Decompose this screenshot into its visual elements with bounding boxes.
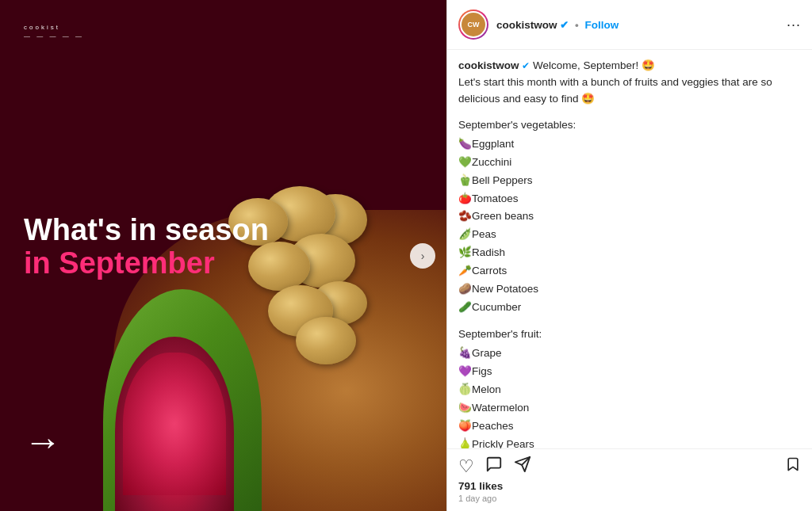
fruit-4: 🍉Watermelon: [458, 399, 801, 418]
username-text: cookistwow: [496, 19, 557, 31]
fruit-2: 💜Figs: [458, 363, 801, 381]
arrow-button[interactable]: →: [24, 420, 62, 463]
fruit-6: 🍐Prickly Pears: [458, 436, 801, 448]
header-username: cookistwow ✔ • Follow: [496, 19, 776, 31]
likes-count: 791 likes: [458, 480, 801, 492]
veg-9: 🥔New Potatoes: [458, 280, 801, 299]
post-body: Let's start this month with a bunch of f…: [458, 76, 772, 105]
veg-4: 🍅Tomatoes: [458, 190, 801, 208]
follow-button[interactable]: Follow: [585, 19, 619, 31]
comment-button[interactable]: [485, 456, 503, 477]
post-text: cookistwow ✔ Welcome, September! 🤩 Let's…: [458, 58, 801, 448]
fruit-5: 🍑Peaches: [458, 418, 801, 436]
inline-username: cookistwow: [458, 59, 519, 71]
veg-1: 🍆Eggplant: [458, 135, 801, 154]
headline-block: What's in season in September: [24, 214, 269, 280]
fruits-title: September's fruit:: [458, 326, 801, 343]
more-options-button[interactable]: ···: [787, 17, 801, 33]
veg-7: 🌿Radish: [458, 244, 801, 262]
headline-line2: in September: [24, 247, 269, 280]
verified-badge: ✔: [560, 19, 569, 31]
save-button[interactable]: [785, 456, 801, 477]
post-actions: ♡ 791 likes 1 day ago: [447, 448, 812, 511]
fruit-3: 🍈Melon: [458, 381, 801, 399]
like-button[interactable]: ♡: [458, 456, 474, 477]
next-slide-arrow[interactable]: ›: [410, 243, 435, 269]
inline-verified: ✔: [522, 60, 530, 71]
vegetables-title: September's vegetables:: [458, 117, 801, 134]
left-panel: cookist — — — — — What's in season in Se…: [0, 0, 446, 511]
veg-6: 🫛Peas: [458, 226, 801, 244]
post-header: CW cookistwow ✔ • Follow ···: [447, 0, 812, 50]
veg-10: 🥒Cucumber: [458, 299, 801, 317]
logo-text: cookist: [24, 24, 84, 31]
logo-underline: — — — — —: [24, 32, 84, 40]
veg-2: 💚Zucchini: [458, 154, 801, 172]
post-content: cookistwow ✔ Welcome, September! 🤩 Let's…: [447, 50, 812, 448]
right-panel: CW cookistwow ✔ • Follow ··· cookistwow …: [446, 0, 812, 511]
potato-8: [296, 317, 356, 364]
fruit-1: 🍇Grape: [458, 345, 801, 363]
time-ago: 1 day ago: [458, 494, 801, 503]
veg-5: 🫘Green beans: [458, 208, 801, 226]
separator-dot: •: [575, 19, 579, 31]
fig-seeds: [123, 353, 226, 495]
veg-3: 🫑Bell Peppers: [458, 172, 801, 190]
avatar-inner: CW: [460, 11, 487, 38]
share-button[interactable]: [514, 456, 531, 477]
veg-8: 🥕Carrots: [458, 262, 801, 280]
action-icons-row: ♡: [458, 456, 801, 477]
cookist-logo: cookist — — — — —: [24, 22, 84, 40]
headline-line1: What's in season: [24, 214, 269, 247]
post-intro: Welcome, September! 🤩: [533, 59, 655, 71]
avatar: CW: [458, 10, 488, 40]
